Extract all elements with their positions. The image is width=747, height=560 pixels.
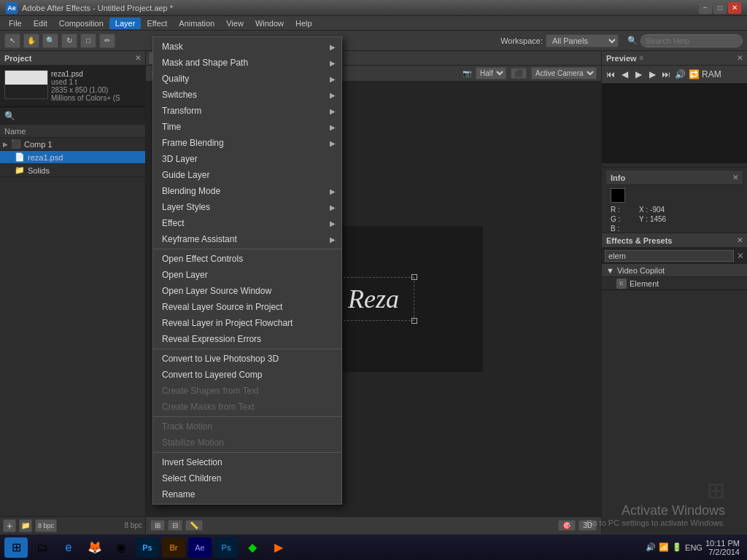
taskbar-firefox-btn[interactable]: 🦊 <box>83 537 107 558</box>
context-menu-item[interactable]: Reveal Expression Errors <box>153 331 341 347</box>
guides-btn[interactable]: ⊟ <box>168 520 182 531</box>
preview-next-btn[interactable]: ▶ <box>646 69 658 79</box>
menu-file[interactable]: File <box>3 18 28 29</box>
region-btn[interactable]: 🎯 <box>558 520 576 531</box>
folder-button[interactable]: 📁 <box>19 519 32 532</box>
bpc-button[interactable]: 8 bpc <box>35 519 57 532</box>
tool-zoom[interactable]: 🔍 <box>42 34 58 48</box>
menu-animation[interactable]: Animation <box>173 18 220 29</box>
preview-ram-btn[interactable]: RAM <box>702 69 713 79</box>
placeholder-label <box>639 225 666 233</box>
new-item-button[interactable]: + <box>3 519 16 532</box>
preview-last-btn[interactable]: ⏭ <box>660 69 672 79</box>
taskbar-network-icon[interactable]: 📶 <box>659 542 669 552</box>
windows-key-icon: ⊞ <box>707 478 725 502</box>
context-menu-item[interactable]: Blending Mode▶ <box>153 183 341 199</box>
toggle-transparency[interactable]: ⬛ <box>511 68 527 79</box>
preview-audio-btn[interactable]: 🔊 <box>674 69 686 79</box>
camera-selector[interactable]: Active Camera <box>531 67 597 79</box>
preview-options-icon[interactable]: ≡ <box>640 54 644 62</box>
context-menu-item[interactable]: Guide Layer <box>153 167 341 183</box>
taskbar-player-btn[interactable]: ▶ <box>267 537 290 558</box>
taskbar-start-btn[interactable]: ⊞ <box>4 537 28 558</box>
menu-effect[interactable]: Effect <box>141 18 173 29</box>
zoom-selector[interactable]: Half <box>476 67 506 79</box>
context-menu-item[interactable]: Convert to Layered Comp <box>153 367 341 383</box>
menu-help[interactable]: Help <box>290 18 318 29</box>
taskbar-ie-btn[interactable]: e <box>57 537 80 558</box>
context-menu-item[interactable]: Open Layer <box>153 267 341 283</box>
snapshot-btn[interactable]: 📷 <box>462 69 471 77</box>
layer-item-reza[interactable]: 📄 reza1.psd <box>0 151 145 164</box>
context-menu-item: Create Shapes from Text <box>153 383 341 399</box>
taskbar-green-btn[interactable]: ◆ <box>241 537 264 558</box>
taskbar-volume-icon[interactable]: 🔊 <box>646 542 656 552</box>
maximize-button[interactable]: □ <box>713 2 727 14</box>
context-menu-item[interactable]: Time▶ <box>153 119 341 135</box>
context-menu-item[interactable]: Convert to Live Photoshop 3D <box>153 351 341 367</box>
tool-select[interactable]: ↖ <box>4 34 20 48</box>
workspace-dropdown[interactable]: All Panels <box>546 34 619 47</box>
menu-window[interactable]: Window <box>249 18 290 29</box>
tool-rotate[interactable]: ↻ <box>61 34 77 48</box>
context-menu-item[interactable]: Select Children <box>153 470 341 486</box>
context-menu-item[interactable]: Switches▶ <box>153 87 341 103</box>
context-menu-item[interactable]: Frame Blending▶ <box>153 135 341 151</box>
menu-composition[interactable]: Composition <box>53 18 109 29</box>
reza-label: reza1.psd <box>28 153 63 162</box>
handle-tr[interactable] <box>411 274 417 280</box>
menu-view[interactable]: View <box>220 18 249 29</box>
context-menu-item[interactable]: Reveal Layer in Project Flowchart <box>153 315 341 331</box>
handle-br[interactable] <box>411 318 417 324</box>
context-menu: Mask▶Mask and Shape Path▶Quality▶Switche… <box>152 36 342 505</box>
context-menu-item[interactable]: Reveal Layer Source in Project <box>153 299 341 315</box>
tool-pen[interactable]: ✏ <box>99 34 115 48</box>
project-search-input[interactable] <box>18 112 141 120</box>
context-menu-item[interactable]: Rename <box>153 486 341 502</box>
close-button[interactable]: ✕ <box>728 2 741 14</box>
taskbar-explorer-btn[interactable]: 🗂 <box>31 537 54 558</box>
context-menu-item[interactable]: Mask and Shape Path▶ <box>153 55 341 71</box>
preview-panel-close[interactable]: ✕ <box>737 54 743 62</box>
layer-item-comp1[interactable]: ▶ ⬛ Comp 1 <box>0 138 145 151</box>
tool-hand[interactable]: ✋ <box>23 34 39 48</box>
effects-panel-close[interactable]: ✕ <box>737 236 743 244</box>
project-panel-close[interactable]: ✕ <box>135 54 141 62</box>
context-menu-item[interactable]: 3D Layer <box>153 151 341 167</box>
info-panel-close[interactable]: ✕ <box>732 174 738 182</box>
menu-edit[interactable]: Edit <box>28 18 53 29</box>
context-menu-item[interactable]: Open Layer Source Window <box>153 283 341 299</box>
file-name: reza1.psd <box>51 70 141 78</box>
taskbar-lang: ENG <box>685 543 703 552</box>
preview-play-btn[interactable]: ▶ <box>632 69 644 79</box>
taskbar-bridge-btn[interactable]: Br <box>162 537 185 558</box>
context-menu-item[interactable]: Effect▶ <box>153 215 341 231</box>
preview-loop-btn[interactable]: 🔁 <box>688 69 700 79</box>
taskbar-ps2-btn[interactable]: Ps <box>214 537 238 558</box>
context-menu-item[interactable]: Keyframe Assistant▶ <box>153 231 341 247</box>
ruler-btn[interactable]: 📏 <box>185 520 203 531</box>
grid-btn[interactable]: ⊞ <box>150 520 165 531</box>
taskbar: ⊞ 🗂 e 🦊 ◉ Ps Br Ae Ps ◆ ▶ 🔊 📶 🔋 ENG 10:1… <box>0 534 747 560</box>
preview-prev-btn[interactable]: ◀ <box>619 69 630 79</box>
context-menu-item[interactable]: Layer Styles▶ <box>153 199 341 215</box>
context-menu-item[interactable]: Open Effect Controls <box>153 251 341 267</box>
taskbar-time: 10:11 PM <box>705 539 740 548</box>
effects-element-item[interactable]: E Element <box>602 277 747 290</box>
search-input[interactable] <box>640 34 743 47</box>
tool-rect[interactable]: □ <box>80 34 96 48</box>
minimize-button[interactable]: − <box>699 2 712 14</box>
taskbar-ae-btn[interactable]: Ae <box>188 537 212 558</box>
context-menu-item[interactable]: Quality▶ <box>153 71 341 87</box>
menu-layer[interactable]: Layer <box>109 18 142 29</box>
taskbar-photoshop-btn[interactable]: Ps <box>136 537 159 558</box>
taskbar-chrome-btn[interactable]: ◉ <box>109 537 133 558</box>
context-menu-item[interactable]: Transform▶ <box>153 103 341 119</box>
layer-item-solids[interactable]: 📁 Solids <box>0 164 145 177</box>
effects-search-input[interactable] <box>605 250 734 262</box>
context-menu-item[interactable]: Invert Selection <box>153 454 341 470</box>
preview-first-btn[interactable]: ⏮ <box>605 69 616 79</box>
y-label: Y : 1456 <box>639 215 666 223</box>
context-menu-item[interactable]: Mask▶ <box>153 39 341 55</box>
effects-search-clear[interactable]: ✕ <box>737 251 744 261</box>
